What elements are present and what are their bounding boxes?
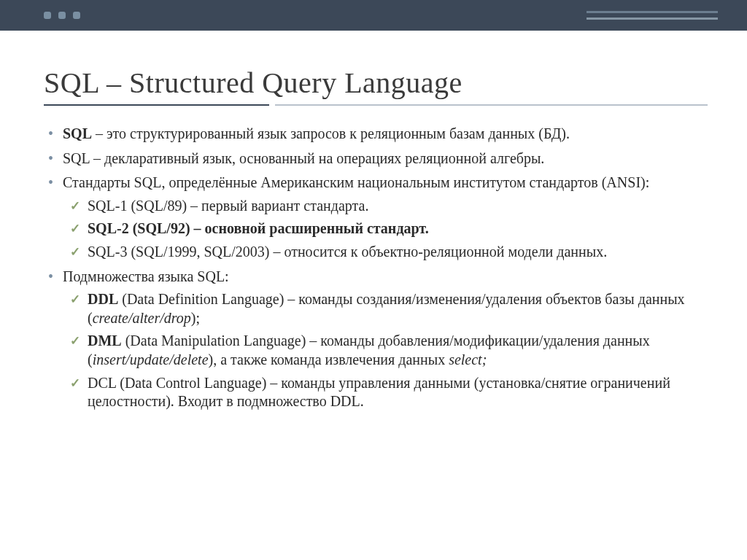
slide-footer-spacer [0, 544, 747, 560]
sub-bullet-item: DML (Data Manipulation Language) – коман… [63, 332, 708, 369]
bullet-text: Подмножества языка SQL: [63, 268, 229, 284]
title-underline [44, 104, 708, 106]
sub-bullet-text: DCL (Data Control Language) – команды уп… [88, 375, 670, 410]
sub-bullet-item: DCL (Data Control Language) – команды уп… [63, 374, 708, 411]
sub-bullet-item: SQL-2 (SQL/92) – основной расширенный ст… [63, 219, 708, 238]
bullet-text: SQL – это структурированный язык запросо… [63, 125, 570, 141]
sub-bullet-text: SQL-2 (SQL/92) – основной расширенный ст… [88, 220, 429, 236]
slide-title: SQL – Structured Query Language [44, 66, 708, 100]
bullet-item: SQL – декларативный язык, основанный на … [44, 149, 708, 168]
bullet-text: Стандарты SQL, определённые Американским… [63, 174, 649, 190]
bullet-item: SQL – это структурированный язык запросо… [44, 125, 708, 144]
bullet-text: SQL – декларативный язык, основанный на … [63, 150, 544, 166]
sub-bullet-item: DDL (Data Definition Language) – команды… [63, 290, 708, 327]
bullet-item: Стандарты SQL, определённые Американским… [44, 174, 708, 261]
sub-bullet-text: SQL-1 (SQL/89) – первый вариант стандарт… [88, 198, 368, 214]
decorative-top-bar [0, 0, 747, 31]
sub-bullet-item: SQL-3 (SQL/1999, SQL/2003) – относится к… [63, 243, 708, 262]
bullet-item: Подмножества языка SQL:DDL (Data Definit… [44, 268, 708, 411]
bullet-list: SQL – это структурированный язык запросо… [44, 125, 708, 411]
sub-bullet-text: DDL (Data Definition Language) – команды… [88, 291, 685, 326]
sub-bullet-list: DDL (Data Definition Language) – команды… [63, 290, 708, 411]
sub-bullet-item: SQL-1 (SQL/89) – первый вариант стандарт… [63, 197, 708, 216]
sub-bullet-text: DML (Data Manipulation Language) – коман… [88, 332, 650, 368]
slide: SQL – Structured Query Language SQL – эт… [0, 0, 747, 560]
slide-content: SQL – Structured Query Language SQL – эт… [0, 31, 747, 544]
sub-bullet-list: SQL-1 (SQL/89) – первый вариант стандарт… [63, 197, 708, 262]
decorative-lines [587, 11, 718, 20]
sub-bullet-text: SQL-3 (SQL/1999, SQL/2003) – относится к… [88, 244, 607, 260]
decorative-dots [44, 12, 80, 19]
